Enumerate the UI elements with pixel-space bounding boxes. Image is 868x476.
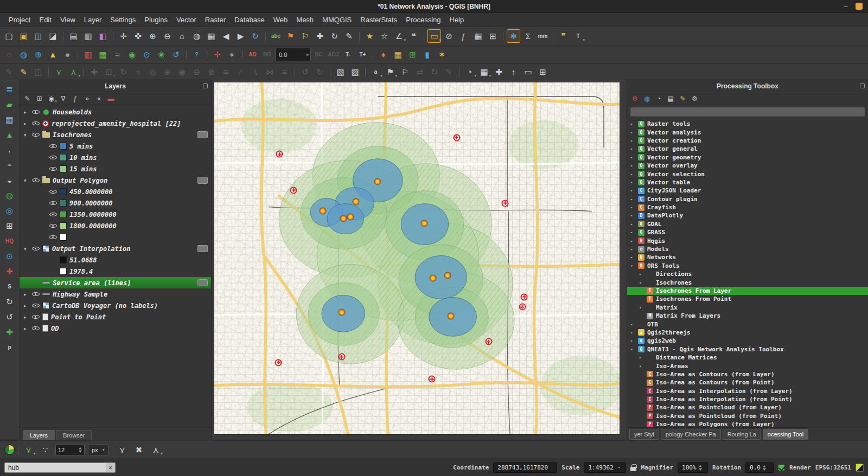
merge-attributes-icon[interactable]: ≡ [278,65,291,79]
poi-marker[interactable] [445,273,451,279]
scale-combo[interactable]: 1:49362 [584,462,626,473]
add-ring-icon[interactable]: ◎ [146,65,159,79]
add-vector-layer-icon[interactable]: ▰ [3,98,17,111]
quickmap-services-icon[interactable]: ✚ [3,325,17,339]
north-arrow-icon[interactable]: ↑ [507,65,520,79]
geocoding-icon[interactable]: ⊕ [31,48,45,61]
toolbox-row[interactable]: M Matrix From Layers [627,312,868,320]
toolbox-row[interactable]: ▸ Q Raster tools [627,120,868,128]
spinner[interactable] [763,465,766,471]
poi-marker[interactable] [448,313,454,319]
filter-legend-icon[interactable]: ∇ [58,93,69,104]
toolbox-row[interactable]: C Iso-Area as Contours (from Point) [627,378,868,387]
layer-row[interactable]: ▸ OD [20,323,211,334]
poi-marker[interactable] [320,208,326,214]
redo-icon[interactable]: ↻ [313,65,327,79]
expander-icon[interactable]: ▸ [24,326,29,331]
expander-icon[interactable]: ▸ [630,239,635,243]
layer-row[interactable]: 1350.0000000 [20,209,211,220]
data-source-manager-icon[interactable]: ≣ [3,82,17,96]
cad-ro-button[interactable]: RO [260,48,274,61]
toolbox-row[interactable]: ▸ Q Vector creation [627,137,868,145]
toolbox-row[interactable]: ▸ C CityJSON Loader [627,186,868,195]
labeling-options-icon[interactable]: a [369,65,382,79]
expander-icon[interactable]: ▸ [24,292,29,297]
move-label-icon[interactable]: ✚ [313,29,327,43]
visibility-eye-icon[interactable] [32,313,40,320]
collapse-all-icon[interactable]: « [93,93,105,104]
visibility-eye-icon[interactable] [49,200,57,207]
expander-icon[interactable]: ▾ [639,280,644,285]
open-layer-styling-icon[interactable]: ✎ [22,93,33,104]
layer-row[interactable]: ▸ reprojected_amenity_hospital [22] [20,118,211,129]
pan-to-selection-icon[interactable]: ✜ [131,29,145,43]
vertex-tool-icon[interactable]: ⋏ [67,65,80,79]
toolbox-models-icon[interactable]: ◍ [641,93,653,104]
zoom-to-layer-icon[interactable]: ▦ [205,29,218,43]
undock-icon[interactable] [203,83,208,88]
orange-tool-icon[interactable]: ♦ [376,48,390,61]
rotate-feature-icon[interactable]: ↻ [117,65,130,79]
hospital-marker[interactable] [502,200,509,207]
toolbox-results-icon[interactable]: ▤ [665,93,676,104]
hospital-marker[interactable] [521,293,528,300]
cad-sc-button[interactable]: SC [312,48,326,61]
merge-features-icon[interactable]: ⋈ [263,65,277,79]
cad-angle-input[interactable]: 0.0 [275,48,311,61]
expander-icon[interactable]: ▸ [24,314,29,320]
red-book-icon[interactable]: ▥ [81,48,95,61]
expand-all-icon[interactable]: » [81,93,93,104]
add-delimited-text-icon[interactable]: , [3,143,17,157]
menu-item[interactable]: Help [445,14,469,25]
hospital-marker[interactable] [453,134,460,141]
menu-item[interactable]: Settings [106,14,140,25]
expander-icon[interactable]: ▾ [639,364,644,369]
layer-row[interactable]: 10 mins [20,152,211,163]
expander-icon[interactable]: ▸ [24,121,29,126]
poi-marker[interactable] [430,275,436,281]
label-properties-icon[interactable]: ✎ [442,65,456,79]
toolbox-edit-icon[interactable]: ✎ [677,93,688,104]
burst-tool-icon[interactable]: ✶ [435,48,449,61]
show-labels-icon[interactable]: abc [269,29,283,43]
panel-tab[interactable]: pology Checker Pa [661,429,721,440]
rotation-field[interactable]: 0.0 [745,462,774,473]
toolbox-row[interactable]: ▸ OTB [627,320,868,328]
delete-ring-icon[interactable]: ⊖ [190,65,203,79]
hospital-marker[interactable] [338,353,345,361]
avoid-intersections-icon[interactable]: ✖ [132,443,146,456]
expander-icon[interactable]: ▸ [630,213,635,218]
layer-row[interactable]: 900.0000000 [20,197,211,209]
help-icon[interactable]: ? [190,48,203,61]
osm-place-search-icon[interactable]: ◌ [2,48,16,61]
toolbox-row[interactable]: ▾ Matrix [627,304,868,312]
remove-layer-icon[interactable]: ▬ [105,93,117,104]
crs-indicator[interactable]: EPSG:32651 [815,464,851,471]
magnifier-field[interactable]: 100% [678,462,708,473]
python-console-icon[interactable]: ≈ [111,48,124,61]
deselect-features-icon[interactable]: ⊘ [442,29,456,43]
layer-row[interactable]: ▾ Output Interpolation [20,243,211,254]
panel-tab[interactable]: Layers [23,430,55,440]
paste-style-icon[interactable]: ▨ [348,65,362,79]
cad-target-icon[interactable]: ⌖ [225,48,239,61]
toolbox-row[interactable]: P Iso-Area as Pointcloud (from Point) [627,412,868,420]
add-xyz-layer-icon[interactable]: ⊞ [3,219,17,233]
toolbox-row[interactable]: P Iso-Area as Polygons (from Layer) [627,420,868,427]
cad-ad-button[interactable]: AD [246,48,259,61]
visibility-eye-icon[interactable] [32,177,40,184]
s-plugin-icon[interactable]: S [3,280,17,293]
decoration-icon[interactable]: ✚ [492,65,506,79]
select-features-icon[interactable]: ▭ [427,29,441,43]
expander-icon[interactable]: ▸ [630,205,635,210]
add-mesh-layer-icon[interactable]: ▲ [3,128,17,141]
expander-icon[interactable]: ▾ [24,246,29,252]
diagram-options-icon[interactable]: ◔ [463,65,476,79]
refresh-map-icon[interactable]: ↻ [248,29,262,43]
toggle-editing-icon[interactable]: ✎ [17,65,30,79]
toolbox-row[interactable]: ▸ G GRASS [627,228,868,236]
clear-icon[interactable]: ✕ [106,463,115,472]
move-feature-icon[interactable]: ✚ [87,65,101,79]
raster-toolbar-icon[interactable]: ▦ [477,65,491,79]
add-wms-layer-icon[interactable]: ◍ [3,189,17,202]
